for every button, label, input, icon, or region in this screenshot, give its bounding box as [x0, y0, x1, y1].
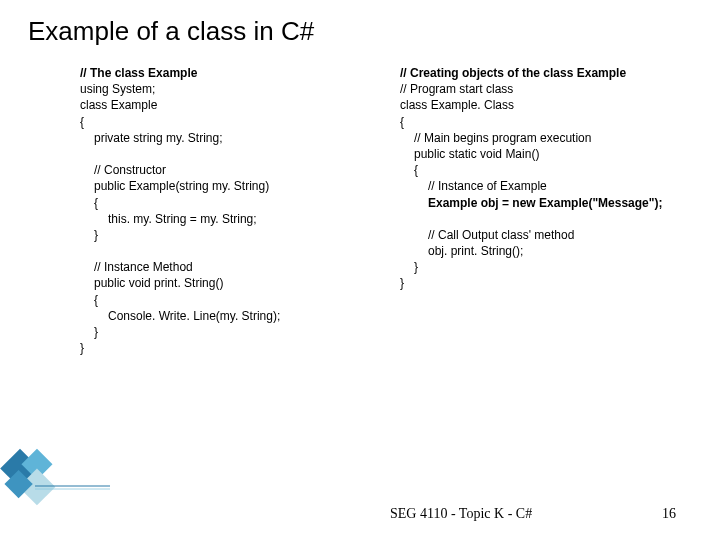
- code-line: {: [80, 115, 84, 129]
- page-number: 16: [662, 506, 676, 522]
- left-column: // The class Example using System; class…: [80, 65, 376, 356]
- content-columns: // The class Example using System; class…: [28, 65, 696, 356]
- slide-footer: SEG 4110 - Topic K - C# 16: [0, 506, 720, 522]
- code-line: }: [400, 259, 696, 275]
- code-line: // Main begins program execution: [400, 130, 696, 146]
- code-line: // Constructor: [80, 162, 376, 178]
- code-line: obj. print. String();: [400, 243, 696, 259]
- code-line: }: [80, 341, 84, 355]
- slide-title: Example of a class in C#: [28, 16, 696, 47]
- code-line: public static void Main(): [400, 146, 696, 162]
- code-line: public void print. String(): [80, 275, 376, 291]
- right-heading: // Creating objects of the class Example: [400, 66, 626, 80]
- code-line: private string my. String;: [80, 130, 376, 146]
- code-line: // Program start class: [400, 82, 513, 96]
- code-line: public Example(string my. String): [80, 178, 376, 194]
- code-line: // Instance of Example: [400, 178, 696, 194]
- left-heading: // The class Example: [80, 66, 197, 80]
- code-line: {: [80, 292, 376, 308]
- code-line: Example obj = new Example("Message");: [400, 195, 696, 211]
- code-line: class Example: [80, 98, 157, 112]
- footer-text: SEG 4110 - Topic K - C#: [390, 506, 532, 522]
- code-line: }: [400, 276, 404, 290]
- code-line: {: [400, 115, 404, 129]
- code-line: // Call Output class' method: [400, 227, 696, 243]
- code-line: {: [400, 162, 696, 178]
- code-line: }: [80, 324, 376, 340]
- code-line: // Instance Method: [80, 259, 376, 275]
- code-line: }: [80, 227, 376, 243]
- code-line: using System;: [80, 82, 155, 96]
- code-line: class Example. Class: [400, 98, 514, 112]
- code-line: {: [80, 195, 376, 211]
- code-line: Console. Write. Line(my. String);: [80, 308, 376, 324]
- right-column: // Creating objects of the class Example…: [400, 65, 696, 356]
- code-line: this. my. String = my. String;: [80, 211, 376, 227]
